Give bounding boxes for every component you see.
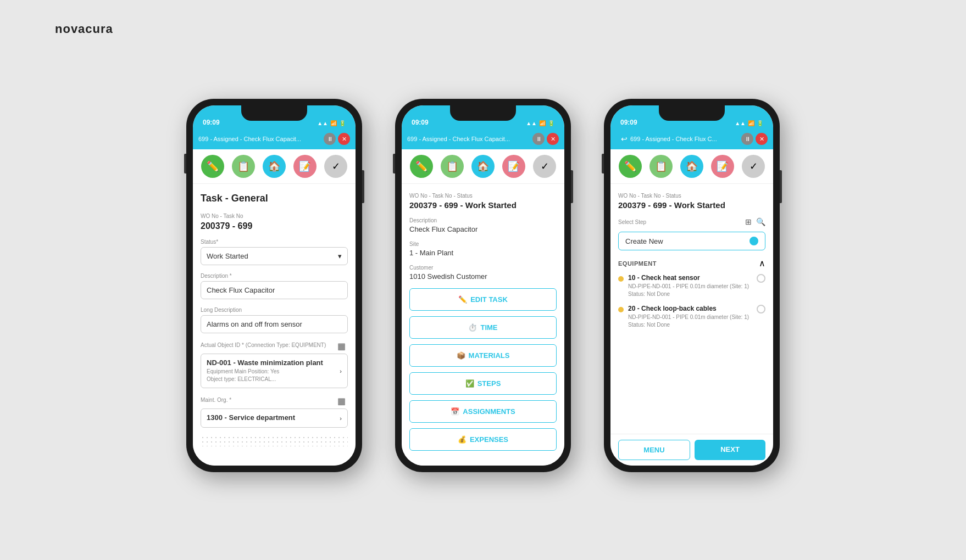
phone3-create-new-option[interactable]: Create New — [618, 232, 765, 250]
phone1-wo-label: WO No - Task No — [201, 213, 348, 219]
phone1-close-button[interactable]: ✕ — [338, 133, 350, 145]
phone3-nav-form[interactable]: 📝 — [711, 155, 734, 178]
phone1-header-title: 699 - Assigned - Check Flux Capacit... — [198, 136, 321, 142]
phone1-object-sub1: Equipment Main Position: Yes — [207, 368, 340, 376]
phone3-time: 09:09 — [620, 119, 637, 126]
phone3-status-icons: ▲▲ 📶 🔋 — [735, 120, 763, 126]
phone1-longdesc-label: Long Description — [201, 307, 348, 313]
phone2-nav-edit[interactable]: ✏️ — [410, 155, 433, 178]
phone1-longdesc-input[interactable]: Alarms on and off from sensor — [201, 315, 348, 333]
phone1-object-title: ND-001 - Waste minimization plant — [207, 359, 340, 367]
time-icon: ⏱️ — [468, 323, 477, 332]
phone1-object-sub2: Object type: ELECTRICAL... — [207, 376, 340, 383]
phone2-edit-task-label: EDIT TASK — [470, 295, 508, 304]
phone3-equip-item-1[interactable]: 10 - Check heat sensor ND-PIPE-ND-001 - … — [618, 274, 765, 298]
phone1-desc-input[interactable]: Check Flux Capacitor — [201, 281, 348, 299]
phone3-equip-info-2: 20 - Check loop-back cables ND-PIPE-ND-0… — [628, 305, 752, 329]
phone1-status-select[interactable]: Work Started ▾ — [201, 247, 348, 265]
phone-1: 09:09 ▲▲ 📶 🔋 699 - Assigned - Check Flux… — [186, 99, 362, 472]
phone2-site-block: Site 1 - Main Plant — [409, 241, 557, 257]
phone3-nav-edit[interactable]: ✏️ — [619, 155, 642, 178]
phone2-assignments-button[interactable]: 📅 ASSIGNMENTS — [409, 400, 557, 423]
phone3-wo-value: 200379 - 699 - Work Started — [618, 200, 765, 210]
logo: novacura — [55, 22, 113, 36]
phone3-radio-equip-2[interactable] — [757, 305, 765, 313]
phone3-equip-status-1: Status: Not Done — [628, 290, 752, 298]
phone1-object-content: ND-001 - Waste minimization plant Equipm… — [207, 359, 340, 383]
equip-dot-1 — [618, 276, 624, 282]
battery-icon: 🔋 — [339, 120, 346, 126]
phone3-equipment-label: EQUIPMENT — [618, 260, 657, 267]
phone3-radio-selected — [750, 237, 758, 245]
phone3-nav-check[interactable]: ✓ — [742, 155, 765, 178]
phone3-equip-status-2: Status: Not Done — [628, 321, 752, 329]
phone1-inner: 09:09 ▲▲ 📶 🔋 699 - Assigned - Check Flux… — [193, 105, 356, 466]
phone1-nav-check[interactable]: ✓ — [324, 155, 347, 178]
phone1-maint-field[interactable]: 1300 - Service department › — [201, 408, 348, 428]
phone1-nav-home[interactable]: 🏠 — [263, 155, 286, 178]
phone2-edit-task-button[interactable]: ✏️ EDIT TASK — [409, 288, 557, 311]
phone1-maint-content: 1300 - Service department — [207, 413, 340, 423]
battery-icon-3: 🔋 — [757, 120, 763, 126]
phone2-nav-form[interactable]: 📝 — [502, 155, 525, 178]
phone2-nav-list[interactable]: 📋 — [441, 155, 464, 178]
phone3-create-new-label: Create New — [625, 237, 663, 245]
phone2-nav-icons: ✏️ 📋 🏠 📝 ✓ — [402, 149, 564, 184]
chevron-down-icon: ▾ — [338, 252, 342, 260]
phone2-customer-label: Customer — [409, 265, 557, 271]
phone3-nav-list[interactable]: 📋 — [649, 155, 673, 178]
phone3-equip-info-1: 10 - Check heat sensor ND-PIPE-ND-001 - … — [628, 274, 752, 298]
wifi-icon: 📶 — [330, 120, 337, 126]
materials-icon: 📦 — [457, 351, 465, 360]
phone2-steps-button[interactable]: ✅ STEPS — [409, 372, 557, 395]
barcode-icon-2[interactable]: ▦ — [337, 396, 346, 406]
phone2-expenses-button[interactable]: 💰 EXPENSES — [409, 428, 557, 451]
equip-dot-2 — [618, 307, 624, 312]
phone2-materials-label: MATERIALS — [469, 351, 510, 360]
phone2-pause-button[interactable]: ⏸ — [532, 133, 545, 145]
wifi-icon-2: 📶 — [539, 120, 546, 126]
phone1-nav-edit[interactable]: ✏️ — [201, 155, 224, 178]
phone1-pause-button[interactable]: ⏸ — [324, 133, 336, 145]
phone1-nav-form[interactable]: 📝 — [293, 155, 317, 178]
phone1-object-field[interactable]: ND-001 - Waste minimization plant Equipm… — [201, 354, 348, 388]
phone2-time-button[interactable]: ⏱️ TIME — [409, 316, 557, 339]
search-icon[interactable]: 🔍 — [756, 217, 765, 226]
phone2-nav-check[interactable]: ✓ — [533, 155, 556, 178]
phone2-expenses-label: EXPENSES — [470, 435, 508, 444]
phone2-content: WO No - Task No - Status 200379 - 699 - … — [402, 184, 564, 466]
phone3-wo-block: WO No - Task No - Status 200379 - 699 - … — [618, 193, 765, 210]
collapse-icon[interactable]: ∧ — [759, 258, 765, 268]
phone3-equip-item-2[interactable]: 20 - Check loop-back cables ND-PIPE-ND-0… — [618, 305, 765, 329]
phone3-pause-button[interactable]: ⏸ — [741, 133, 753, 145]
phone2-status-icons: ▲▲ 📶 🔋 — [526, 120, 554, 126]
grid-icon[interactable]: ⊞ — [745, 217, 752, 226]
phone2-nav-home[interactable]: 🏠 — [471, 155, 495, 178]
phone1-status-icons: ▲▲ 📶 🔋 — [317, 120, 346, 126]
phone3-back-button[interactable]: ↩ — [618, 133, 630, 145]
phone1-nav-icons: ✏️ 📋 🏠 📝 ✓ — [193, 149, 356, 184]
phone2-site-value: 1 - Main Plant — [409, 249, 557, 257]
phone2-wo-value: 200379 - 699 - Work Started — [409, 200, 557, 210]
edit-icon: ✏️ — [458, 295, 467, 304]
phone2-close-button[interactable]: ✕ — [547, 133, 559, 145]
expenses-icon: 💰 — [458, 435, 467, 444]
phone1-maint-label: Maint. Org. * — [201, 397, 231, 403]
phone1-notch — [241, 105, 307, 121]
phone3-close-button[interactable]: ✕ — [756, 133, 768, 145]
phone3-next-button[interactable]: NEXT — [695, 440, 765, 460]
barcode-icon[interactable]: ▦ — [337, 341, 346, 351]
chevron-right-icon-2: › — [340, 415, 342, 422]
phone-3: 09:09 ▲▲ 📶 🔋 ↩ 699 - Assigned - Check Fl… — [604, 99, 780, 472]
phone1-time: 09:09 — [203, 119, 220, 126]
phones-container: 09:09 ▲▲ 📶 🔋 699 - Assigned - Check Flux… — [186, 99, 780, 472]
phone3-radio-equip-1[interactable] — [757, 274, 765, 283]
phone3-step-label: Select Step — [618, 219, 646, 225]
phone3-nav-home[interactable]: 🏠 — [680, 155, 703, 178]
phone3-menu-button[interactable]: MENU — [618, 440, 690, 460]
assignments-icon: 📅 — [451, 407, 459, 416]
phone1-nav-list[interactable]: 📋 — [232, 155, 255, 178]
phone3-equip-sub-1: ND-PIPE-ND-001 - PIPE 0.01m diameter (Si… — [628, 283, 752, 290]
phone2-materials-button[interactable]: 📦 MATERIALS — [409, 344, 557, 367]
phone3-equipment-header: EQUIPMENT ∧ — [618, 258, 765, 268]
